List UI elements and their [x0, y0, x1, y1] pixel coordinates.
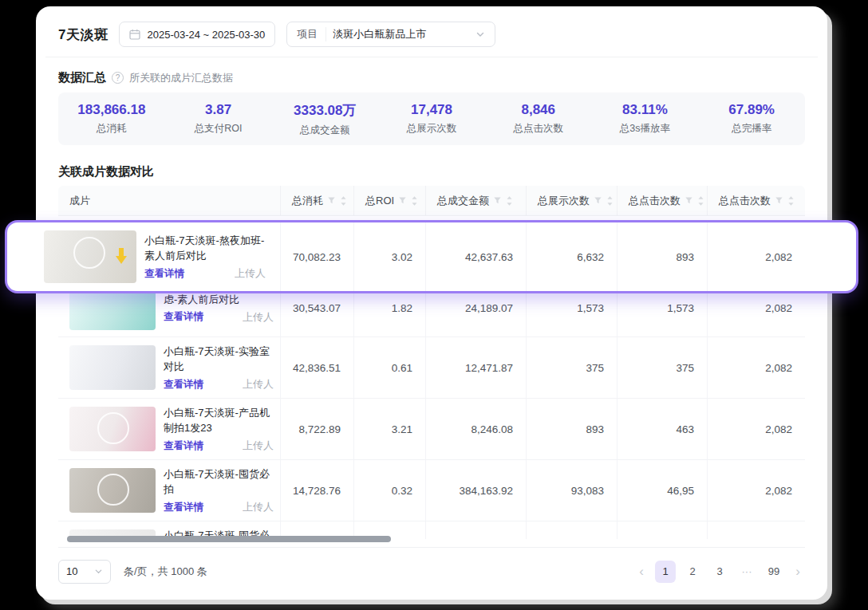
- clip-title: 小白瓶-7天淡斑-熬夜加班-素人前后对比: [144, 233, 266, 263]
- cell-gmv: 21,410.86: [425, 521, 526, 539]
- cell-clicks: 463: [617, 399, 707, 459]
- pagination: ‹ 1 2 3 ··· 99 ›: [634, 561, 805, 583]
- project-select[interactable]: 项目 淡斑小白瓶新品上市: [286, 22, 495, 47]
- summary-title: 数据汇总: [58, 70, 106, 85]
- cell-impressions: 893: [526, 399, 617, 459]
- page-button-3[interactable]: 3: [709, 561, 730, 583]
- clip-title: 小白瓶-7天淡斑-囤货必拍: [164, 466, 274, 497]
- column-header-gmv[interactable]: 总成交金额: [425, 186, 526, 215]
- cell-spend: 42,836.51: [280, 337, 353, 398]
- view-detail-link[interactable]: 查看详情: [164, 439, 203, 453]
- help-icon[interactable]: ?: [112, 72, 124, 84]
- cell-clicks-2: 2,082: [707, 460, 805, 521]
- summary-section-header: 数据汇总 ? 所关联的成片汇总数据: [58, 70, 233, 85]
- cell-impressions: 93,083: [526, 521, 617, 539]
- cell-roi: 0.32: [353, 460, 425, 521]
- next-page-icon[interactable]: ›: [791, 564, 805, 580]
- cell-spend: 70,082.23: [280, 222, 353, 291]
- comparison-title: 关联成片数据对比: [58, 164, 154, 178]
- cell-impressions: 93,083: [526, 460, 617, 521]
- filter-icon: [594, 196, 602, 205]
- horizontal-scrollbar-thumb[interactable]: [67, 536, 391, 542]
- table-row-4[interactable]: 小白瓶-7天淡斑-产品机制拍1发23 查看详情 上传人 8,722.89 3.2…: [58, 399, 805, 460]
- column-header-roi[interactable]: 总ROI: [353, 186, 425, 215]
- cell-clicks: 893: [617, 222, 707, 291]
- sort-icon: [606, 196, 614, 206]
- column-header-clip: 成片: [58, 186, 280, 215]
- table-row-3[interactable]: 小白瓶-7天淡斑-实验室对比 查看详情 上传人 42,836.51 0.61 1…: [58, 337, 805, 399]
- overlay-row-grid: 小白瓶-7天淡斑-熬夜加班-素人前后对比 查看详情 上传人 70,082.23 …: [44, 222, 805, 291]
- filter-icon: [775, 196, 783, 205]
- table-footer: 10 条/页，共 1000 条 ‹ 1 2 3 ··· 99 ›: [58, 547, 805, 595]
- page-header: 7天淡斑 2025-03-24 ~ 2025-03-30 项目 淡斑小白瓶新品上…: [58, 21, 805, 48]
- project-select-label: 项目: [297, 27, 326, 41]
- stat-total-impressions: 17,478总展示次数: [378, 102, 485, 136]
- view-detail-link[interactable]: 查看详情: [164, 310, 203, 324]
- cell-impressions: 6,632: [526, 222, 617, 291]
- date-range-picker[interactable]: 2025-03-24 ~ 2025-03-30: [119, 22, 275, 47]
- column-header-spend[interactable]: 总消耗: [280, 186, 353, 215]
- page-title: 7天淡斑: [58, 26, 108, 44]
- chevron-down-icon: [94, 567, 103, 576]
- column-header-clicks[interactable]: 总点击次数: [617, 186, 707, 215]
- cell-roi: 3.02: [353, 222, 425, 291]
- clip-thumbnail[interactable]: [44, 230, 136, 283]
- stat-total-spend: 183,866.18总消耗: [58, 102, 165, 136]
- cell-clicks: 375: [617, 337, 707, 398]
- page-size-select[interactable]: 10: [58, 560, 111, 584]
- stat-total-roi: 3.87总支付ROI: [165, 102, 272, 136]
- main-panel: 7天淡斑 2025-03-24 ~ 2025-03-30 项目 淡斑小白瓶新品上…: [36, 6, 827, 600]
- project-select-value: 淡斑小白瓶新品上市: [333, 27, 426, 41]
- sort-icon: [506, 196, 513, 206]
- stat-total-clicks: 8,846总点击次数: [485, 102, 592, 136]
- column-header-impressions[interactable]: 总展示次数: [526, 186, 617, 215]
- filter-icon: [493, 196, 502, 205]
- column-header-clicks-2[interactable]: 总点击次数: [707, 186, 805, 215]
- sort-icon: [787, 196, 795, 206]
- cell-gmv: 8,246.08: [425, 399, 526, 459]
- filter-icon: [398, 196, 407, 205]
- table-row-5[interactable]: 小白瓶-7天淡斑-囤货必拍 查看详情 上传人 14,728.76 0.32 38…: [58, 460, 805, 521]
- uploader-label: 上传人: [243, 500, 274, 514]
- clip-title: 小白瓶-7天淡斑-产品机制拍1发23: [164, 405, 274, 435]
- overlay-left-gap: [7, 222, 44, 291]
- table-header-row: 成片 总消耗 总ROI 总成交金额 总展示次数 总点击次数 总点击次数: [58, 186, 805, 216]
- stat-completion-rate: 67.89%总完播率: [698, 102, 805, 136]
- date-range-value: 2025-03-24 ~ 2025-03-30: [147, 29, 265, 41]
- screenshot-stage: 7天淡斑 2025-03-24 ~ 2025-03-30 项目 淡斑小白瓶新品上…: [0, 0, 868, 610]
- page-button-99[interactable]: 99: [763, 561, 784, 583]
- cell-gmv: 12,471.87: [425, 337, 526, 398]
- page-button-1[interactable]: 1: [655, 561, 676, 583]
- prev-page-icon[interactable]: ‹: [634, 564, 649, 580]
- comparison-section-header: 关联成片数据对比: [58, 164, 154, 179]
- stat-3s-play-rate: 83.11%总3s播放率: [592, 102, 699, 136]
- uploader-label: 上传人: [243, 310, 274, 325]
- page-button-2[interactable]: 2: [682, 561, 703, 583]
- cell-clicks: 46,95: [617, 460, 707, 521]
- highlighted-table-row-1[interactable]: 小白瓶-7天淡斑-熬夜加班-素人前后对比 查看详情 上传人 70,082.23 …: [5, 220, 858, 293]
- clip-title: 虑-素人前后对比: [164, 292, 274, 307]
- total-count-label: 条/页，共 1000 条: [124, 565, 207, 579]
- sort-icon: [697, 196, 704, 206]
- cell-clicks-2: 2,082: [707, 521, 805, 539]
- clip-thumbnail[interactable]: [69, 407, 156, 451]
- sort-icon: [340, 196, 347, 206]
- calendar-icon: [129, 29, 140, 40]
- cell-spend: 14,728.76: [280, 460, 353, 521]
- cell-roi: 3.21: [353, 399, 425, 459]
- clip-thumbnail[interactable]: [69, 345, 156, 390]
- cell-clicks-2: 2,082: [707, 222, 805, 291]
- view-detail-link[interactable]: 查看详情: [164, 378, 203, 392]
- chevron-down-icon: [475, 30, 485, 39]
- cell-spend: 8,722.89: [280, 399, 353, 459]
- cell-clicks-2: 2,082: [707, 337, 805, 398]
- view-detail-link[interactable]: 查看详情: [164, 501, 203, 514]
- filter-icon: [327, 196, 336, 205]
- cell-gmv: 384,163.92: [425, 460, 526, 521]
- summary-stats-panel: 183,866.18总消耗 3.87总支付ROI 3333.08万总成交金额 1…: [58, 92, 805, 145]
- page-size-value: 10: [66, 565, 77, 577]
- clip-thumbnail[interactable]: [69, 468, 156, 513]
- stat-total-gmv: 3333.08万总成交金额: [271, 101, 378, 137]
- view-detail-link[interactable]: 查看详情: [144, 267, 184, 281]
- cell-impressions: 375: [526, 337, 617, 398]
